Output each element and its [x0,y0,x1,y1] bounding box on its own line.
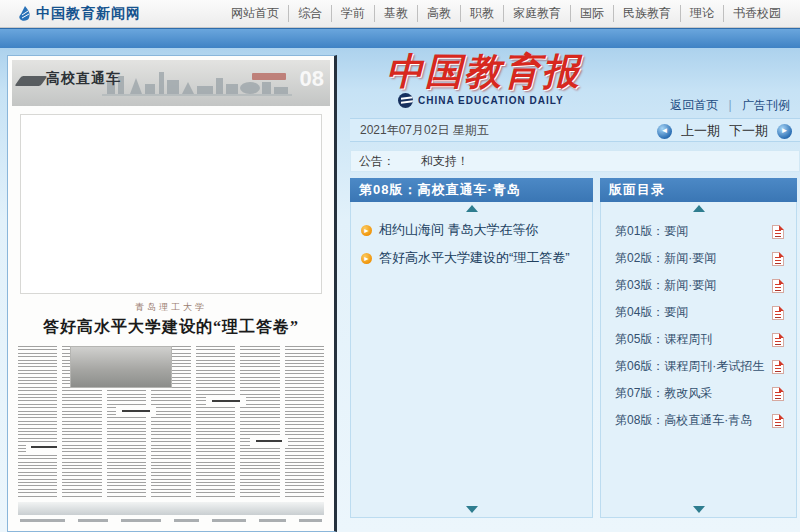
blank-ad-space [20,114,322,294]
directory-item[interactable]: 第06版：课程周刊·考试招生 [601,353,796,380]
site-logo-text: 中国教育新闻网 [36,5,141,23]
page-directory-box: 第01版：要闻 第02版：新闻·要闻 第03版：新闻·要闻 第04版：要闻 [600,202,797,518]
column-subhead [206,396,246,406]
announcement-text: 和支持！ [421,153,469,170]
article-kicker: 青岛理工大学 [8,301,334,314]
nav-item-lilun[interactable]: 理论 [681,5,724,22]
directory-item[interactable]: 第03版：新闻·要闻 [601,272,796,299]
text-column [196,346,235,498]
paper-logo-icon [398,93,413,108]
article-list: ► 相约山海间 青岛大学在等你 ► 答好高水平大学建设的“理工答卷” [351,216,592,272]
article-body-columns [18,346,324,498]
site-logo[interactable]: 中国教育新闻网 [18,5,141,23]
directory-item[interactable]: 第04版：要闻 [601,299,796,326]
prev-issue-button[interactable]: 上一期 [681,122,720,140]
announcement-bar: 公告： 和支持！ [350,150,800,172]
paper-masthead: 中国教育报 CHINA EDUCATION DAILY 返回首页 | 广告刊例 [350,47,800,115]
scroll-down-arrow[interactable] [693,506,705,513]
announcement-label: 公告： [359,153,395,170]
paper-name-tag [252,73,286,80]
directory-item-text[interactable]: 第05版：课程周刊 [615,331,712,348]
page-directory-header: 版面目录 [600,178,797,202]
pdf-icon[interactable] [772,252,784,266]
pdf-icon[interactable] [772,360,784,374]
pdf-icon[interactable] [772,279,784,293]
nav-item-shuxiang[interactable]: 书香校园 [724,5,790,22]
issue-navigation: ◄ 上一期 下一期 ► [657,119,792,143]
column-subhead [250,436,288,446]
ad-rates-link[interactable]: 广告刊例 [742,98,790,112]
top-navigation: 网站首页 综合 学前 基教 高教 职教 家庭教育 国际 民族教育 理论 书香校园 [222,5,790,22]
article-bullet-icon: ► [361,253,372,264]
link-separator: | [729,98,732,112]
current-page-header: 第08版：高校直通车·青岛 [350,178,593,202]
text-column [18,346,57,498]
article-link-text[interactable]: 相约山海间 青岛大学在等你 [379,221,539,239]
directory-item[interactable]: 第05版：课程周刊 [601,326,796,353]
paper-title: 中国教育报 [386,47,581,97]
directory-item[interactable]: 第07版：教改风采 [601,380,796,407]
article-list-box: ► 相约山海间 青岛大学在等你 ► 答好高水平大学建设的“理工答卷” [350,202,593,518]
column-subhead [26,442,62,452]
article-link[interactable]: ► 答好高水平大学建设的“理工答卷” [351,244,592,272]
banner-title: 高校直通车 [46,70,121,88]
article-photo [70,346,172,388]
directory-item-text[interactable]: 第03版：新闻·要闻 [615,277,716,294]
pdf-icon[interactable] [772,387,784,401]
page: { "topbar": { "logo": "中国教育新闻网", "nav": … [0,0,800,532]
pdf-icon[interactable] [772,225,784,239]
current-page-panel: 第08版：高校直通车·青岛 ► 相约山海间 青岛大学在等你 ► 答好高水平大学建… [350,178,593,532]
nav-item-home[interactable]: 网站首页 [222,5,289,22]
directory-item-text[interactable]: 第08版：高校直通车·青岛 [615,412,752,429]
lower-columns: 第08版：高校直通车·青岛 ► 相约山海间 青岛大学在等你 ► 答好高水平大学建… [350,178,800,532]
directory-item-text[interactable]: 第04版：要闻 [615,304,688,321]
text-column [240,346,279,498]
right-content: 中国教育报 CHINA EDUCATION DAILY 返回首页 | 广告刊例 … [350,47,800,532]
nav-item-jiating[interactable]: 家庭教育 [504,5,571,22]
directory-item[interactable]: 第01版：要闻 [601,218,796,245]
newspaper-page-viewer[interactable]: 高校直通车 08 青岛理工大学 答好高水平大学建设的“理工答卷” [7,55,337,532]
bottom-skyline-graphic [18,502,324,515]
nav-item-xueqian[interactable]: 学前 [332,5,375,22]
article-link[interactable]: ► 相约山海间 青岛大学在等你 [351,216,592,244]
site-logo-icon [18,6,32,22]
next-issue-icon[interactable]: ► [777,124,792,139]
directory-item-text[interactable]: 第07版：教改风采 [615,385,712,402]
paper-subtitle: CHINA EDUCATION DAILY [418,95,564,106]
nav-item-zonghe[interactable]: 综合 [289,5,332,22]
pdf-icon[interactable] [772,333,784,347]
pdf-icon[interactable] [772,306,784,320]
back-home-link[interactable]: 返回首页 [670,98,718,112]
newspaper-page-banner: 高校直通车 08 [12,60,330,106]
nav-item-zhijiao[interactable]: 职教 [461,5,504,22]
scroll-down-arrow[interactable] [466,506,478,513]
directory-item-text[interactable]: 第01版：要闻 [615,223,688,240]
page-number: 08 [300,66,324,92]
scroll-up-arrow[interactable] [693,205,705,212]
pdf-icon[interactable] [772,414,784,428]
article-link-text[interactable]: 答好高水平大学建设的“理工答卷” [379,249,570,267]
prev-issue-icon[interactable]: ◄ [657,124,672,139]
nav-item-minzu[interactable]: 民族教育 [614,5,681,22]
blue-divider-band [0,28,800,48]
scroll-up-arrow[interactable] [466,205,478,212]
directory-item-text[interactable]: 第06版：课程周刊·考试招生 [615,358,764,375]
paper-subtitle-row: CHINA EDUCATION DAILY [398,93,564,108]
next-issue-button[interactable]: 下一期 [729,122,768,140]
date-bar: 2021年07月02日 星期五 ◄ 上一期 下一期 ► [350,118,800,142]
article-headline: 答好高水平大学建设的“理工答卷” [8,317,334,338]
article-bullet-icon: ► [361,225,372,236]
nav-item-gaojiao[interactable]: 高教 [418,5,461,22]
directory-item-text[interactable]: 第02版：新闻·要闻 [615,250,716,267]
directory-item[interactable]: 第08版：高校直通车·青岛 [601,407,796,434]
text-column [285,346,324,498]
column-subhead [116,406,156,416]
page-directory-list: 第01版：要闻 第02版：新闻·要闻 第03版：新闻·要闻 第04版：要闻 [601,218,796,434]
page-directory-panel: 版面目录 第01版：要闻 第02版：新闻·要闻 第03版：新闻·要闻 [600,178,797,532]
directory-item[interactable]: 第02版：新闻·要闻 [601,245,796,272]
nav-item-guoji[interactable]: 国际 [571,5,614,22]
nav-item-jijiao[interactable]: 基教 [375,5,418,22]
masthead-links: 返回首页 | 广告刊例 [670,97,790,114]
issue-date: 2021年07月02日 星期五 [360,122,489,139]
page-footer-line [20,519,322,522]
